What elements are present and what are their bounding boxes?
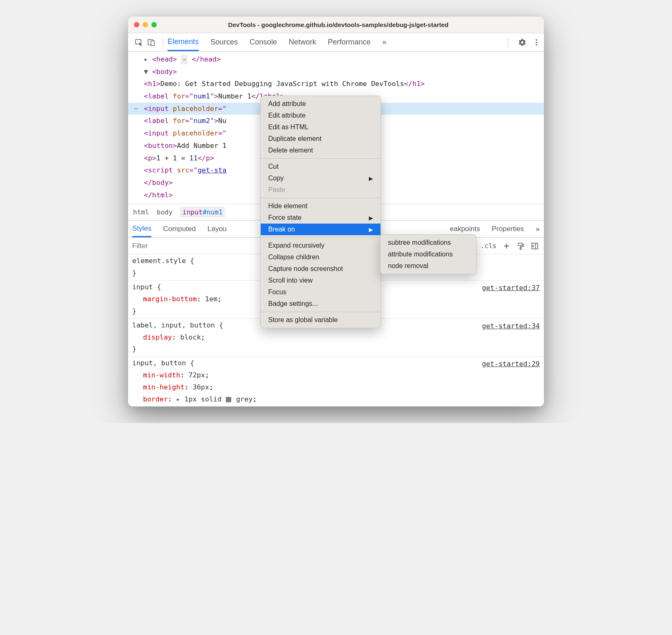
device-toggle-icon[interactable] [147, 38, 156, 47]
ctx-divider [261, 198, 380, 198]
dom-node-h1[interactable]: <h1>Demo: Get Started Debugging JavaScri… [128, 78, 544, 90]
source-link[interactable]: get-started:29 [482, 358, 540, 370]
ctx-divider [261, 312, 380, 312]
subtab-properties[interactable]: Properties [492, 221, 524, 237]
tab-performance[interactable]: Performance [328, 33, 371, 51]
subtab-computed[interactable]: Computed [163, 221, 195, 237]
crumb-html[interactable]: html [133, 208, 149, 216]
ctx-delete-element[interactable]: Delete element [261, 145, 380, 156]
chevron-right-icon: ▶ [369, 226, 373, 233]
cls-toggle[interactable]: .cls [480, 242, 497, 250]
crumb-body[interactable]: body [157, 208, 173, 216]
context-submenu-break-on: subtree modifications attribute modifica… [380, 234, 477, 274]
dom-node-head[interactable]: ▸ <head> ⋯ </head> [128, 53, 544, 66]
ctx-add-attribute[interactable]: Add attribute [261, 98, 380, 110]
ctx-collapse-children[interactable]: Collapse children [261, 251, 380, 263]
tab-sources[interactable]: Sources [210, 33, 238, 51]
context-menu: Add attribute Edit attribute Edit as HTM… [260, 96, 381, 328]
subtabs-overflow-icon[interactable]: » [536, 221, 540, 237]
chevron-right-icon: ▶ [369, 215, 373, 221]
source-link[interactable]: get-started:34 [482, 320, 540, 332]
ctx-edit-attribute[interactable]: Edit attribute [261, 110, 380, 121]
ctx-badge-settings[interactable]: Badge settings... [261, 298, 380, 310]
ctx-cut[interactable]: Cut [261, 161, 380, 172]
row-actions-icon[interactable]: ⋯ [128, 103, 144, 115]
computed-panel-icon[interactable] [531, 242, 539, 250]
ellipsis-icon[interactable]: ⋯ [181, 55, 188, 64]
separator [508, 37, 508, 47]
color-swatch-icon[interactable] [226, 397, 231, 402]
tab-elements[interactable]: Elements [168, 33, 199, 51]
svg-point-3 [536, 39, 537, 41]
separator [163, 37, 163, 47]
ctx-capture-screenshot[interactable]: Capture node screenshot [261, 263, 380, 275]
sub-attribute-modifications[interactable]: attribute modifications [380, 249, 476, 260]
window-title: DevTools - googlechrome.github.io/devtoo… [138, 21, 538, 28]
sub-node-removal[interactable]: node removal [380, 260, 476, 272]
titlebar: DevTools - googlechrome.github.io/devtoo… [128, 17, 544, 33]
panel-tabs: Elements Sources Console Network Perform… [168, 33, 386, 51]
ctx-focus[interactable]: Focus [261, 286, 380, 298]
tab-console[interactable]: Console [250, 33, 277, 51]
new-style-rule-icon[interactable] [502, 242, 511, 250]
ctx-edit-as-html[interactable]: Edit as HTML [261, 121, 380, 133]
tab-network[interactable]: Network [289, 33, 316, 51]
inspect-icon[interactable] [135, 38, 143, 47]
sub-subtree-modifications[interactable]: subtree modifications [380, 237, 476, 249]
more-icon[interactable] [532, 38, 541, 47]
svg-rect-2 [151, 41, 154, 46]
devtools-window: DevTools - googlechrome.github.io/devtoo… [128, 17, 544, 406]
paint-icon[interactable] [516, 242, 525, 250]
crumb-selected[interactable]: input#num1 [180, 207, 225, 218]
tabs-overflow-icon[interactable]: » [382, 33, 386, 51]
dom-node-body[interactable]: ▼ <body> [128, 66, 544, 78]
ctx-expand-recursively[interactable]: Expand recursively [261, 240, 380, 251]
subtab-styles[interactable]: Styles [132, 221, 151, 237]
ctx-scroll-into-view[interactable]: Scroll into view [261, 275, 380, 286]
ctx-copy[interactable]: Copy▶ [261, 172, 380, 184]
ctx-paste: Paste [261, 184, 380, 196]
ctx-divider [261, 158, 380, 159]
svg-rect-7 [520, 248, 521, 249]
source-link[interactable]: get-started:37 [482, 282, 540, 294]
svg-rect-6 [518, 243, 522, 246]
ctx-store-global[interactable]: Store as global variable [261, 314, 380, 326]
ctx-break-on[interactable]: Break on▶ [261, 224, 380, 235]
settings-icon[interactable] [518, 38, 526, 47]
main-toolbar: Elements Sources Console Network Perform… [128, 33, 544, 52]
ctx-divider [261, 237, 380, 238]
svg-point-5 [536, 44, 537, 46]
chevron-right-icon: ▶ [369, 175, 373, 182]
ctx-hide-element[interactable]: Hide element [261, 200, 380, 212]
subtab-layout[interactable]: Layou [208, 221, 227, 237]
ctx-force-state[interactable]: Force state▶ [261, 212, 380, 224]
ctx-duplicate-element[interactable]: Duplicate element [261, 133, 380, 145]
rule-input-button[interactable]: get-started:29 input, button { min-width… [128, 357, 544, 406]
svg-point-4 [536, 42, 537, 43]
